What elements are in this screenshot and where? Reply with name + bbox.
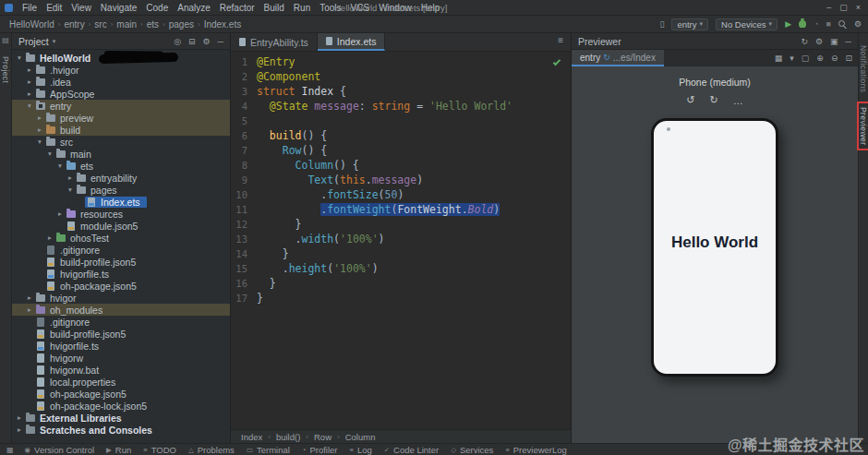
- chevron-right-icon[interactable]: ▸: [25, 293, 34, 302]
- float-icon[interactable]: ▣: [830, 37, 838, 46]
- tree-item-helloworld[interactable]: ▾HelloWorld: [12, 52, 230, 64]
- stop-button[interactable]: ■: [826, 19, 830, 29]
- chevron-right-icon[interactable]: ▸: [25, 305, 34, 314]
- chevron-right-icon[interactable]: ▸: [55, 210, 65, 218]
- profile-button[interactable]: ◔: [814, 19, 818, 29]
- editor-breadcrumb-item[interactable]: Column: [343, 432, 379, 442]
- tree-item-appscope[interactable]: ▸AppScope: [12, 88, 230, 100]
- tree-item-hvigorfile.ts[interactable]: hvigorfile.ts: [12, 268, 230, 280]
- settings-icon[interactable]: ⚙: [815, 37, 823, 46]
- search-icon[interactable]: [838, 20, 847, 29]
- chevron-right-icon[interactable]: ▸: [35, 114, 44, 122]
- statusbar-previewerlog[interactable]: ≡PreviewerLog: [505, 445, 566, 455]
- menu-file[interactable]: File: [18, 3, 42, 13]
- chevron-right-icon[interactable]: ▸: [15, 425, 24, 434]
- code-line-7[interactable]: 7 Row() {: [231, 143, 571, 158]
- toolwindow-toggle-icon[interactable]: ▦: [6, 446, 14, 454]
- statusbar-run[interactable]: ▶Run: [106, 445, 131, 455]
- tab-entryability.ts[interactable]: EntryAbility.ts: [231, 33, 318, 51]
- tree-item-entryability[interactable]: ▸entryability: [12, 172, 230, 184]
- code-line-2[interactable]: 2@Component: [231, 69, 571, 84]
- tree-item-module.json5[interactable]: module.json5: [12, 220, 230, 232]
- previewer-tab[interactable]: entry ↻ ...es/Index: [572, 50, 664, 66]
- tree-item-external-libraries[interactable]: ▸External Libraries: [12, 412, 230, 424]
- menu-code[interactable]: Code: [141, 3, 173, 13]
- previewer-toolwindow-tab[interactable]: Previewer: [857, 102, 868, 150]
- code-line-5[interactable]: 5: [231, 114, 571, 128]
- settings-icon[interactable]: ⚙: [854, 19, 862, 29]
- more-icon[interactable]: …: [733, 95, 743, 106]
- code-line-15[interactable]: 15 .height('100%'): [231, 261, 571, 276]
- menu-edit[interactable]: Edit: [42, 3, 66, 13]
- statusbar-problems[interactable]: △Problems: [188, 445, 235, 455]
- menu-build[interactable]: Build: [259, 3, 289, 13]
- breadcrumb-item-index.ets[interactable]: Index.ets: [201, 19, 245, 30]
- chevron-down-icon[interactable]: ▾: [25, 102, 34, 110]
- tree-item-.gitignore[interactable]: .gitignore: [12, 244, 230, 256]
- tree-item-local.properties[interactable]: local.properties: [12, 376, 230, 388]
- chevron-down-icon[interactable]: ▾: [35, 138, 44, 146]
- project-view-select[interactable]: Project▾: [18, 36, 55, 47]
- chevron-down-icon[interactable]: ▾: [790, 54, 794, 63]
- chevron-down-icon[interactable]: ▾: [15, 54, 24, 62]
- menu-refactor[interactable]: Refactor: [215, 3, 259, 13]
- tab-index.ets[interactable]: Index.ets: [318, 33, 386, 51]
- menu-analyze[interactable]: Analyze: [173, 3, 215, 13]
- hide-icon[interactable]: ─: [218, 37, 223, 46]
- tree-item-scratches-and-consoles[interactable]: ▸Scratches and Consoles: [12, 424, 230, 436]
- settings-icon[interactable]: ⚙: [203, 37, 211, 46]
- frame-icon[interactable]: ▢: [802, 54, 810, 63]
- locate-file-icon[interactable]: ◎: [174, 37, 181, 46]
- menu-icon[interactable]: ≡: [550, 33, 571, 51]
- tree-item-src[interactable]: ▾src: [12, 136, 230, 148]
- tree-item-pages[interactable]: ▾pages: [12, 184, 230, 196]
- tree-item-build-profile.json5[interactable]: build-profile.json5: [12, 328, 230, 340]
- menu-run[interactable]: Run: [289, 3, 315, 13]
- statusbar-code-linter[interactable]: ✓Code Linter: [384, 445, 439, 455]
- tree-item-oh-modules[interactable]: ▸oh_modules: [12, 304, 230, 316]
- breadcrumb-item-helloworld[interactable]: HelloWorld: [6, 19, 57, 30]
- chevron-right-icon[interactable]: ▸: [25, 66, 34, 74]
- refresh-icon[interactable]: ↻: [801, 37, 808, 46]
- chevron-right-icon[interactable]: ▸: [66, 174, 75, 182]
- rotate-right-icon[interactable]: ↻: [710, 94, 718, 106]
- code-line-14[interactable]: 14 }: [231, 246, 571, 261]
- run-button[interactable]: ▶: [785, 19, 791, 29]
- tree-item-index.ets[interactable]: Index.ets: [12, 196, 230, 208]
- code-editor[interactable]: 1@Entry2@Component3struct Index {4 @Stat…: [231, 52, 571, 429]
- statusbar-version-control[interactable]: ◉Version Control: [25, 445, 95, 455]
- tree-item-oh-package.json5[interactable]: oh-package.json5: [12, 280, 230, 292]
- rotate-left-icon[interactable]: ↺: [686, 94, 694, 106]
- tree-item-.hvigor[interactable]: ▸.hvigor: [12, 64, 230, 76]
- zoom-in-icon[interactable]: ⊕: [816, 54, 824, 63]
- hide-icon[interactable]: ─: [846, 37, 851, 46]
- tree-item-hvigor[interactable]: ▸hvigor: [12, 292, 230, 304]
- menu-navigate[interactable]: Navigate: [96, 3, 141, 13]
- statusbar-profiler[interactable]: ◔Profiler: [302, 445, 338, 455]
- run-config-select[interactable]: entry▾: [671, 18, 708, 30]
- collapse-all-icon[interactable]: ⊟: [188, 37, 196, 46]
- code-line-12[interactable]: 12 }: [231, 217, 571, 232]
- tree-item-resources[interactable]: ▸resources: [12, 208, 230, 220]
- chevron-down-icon[interactable]: ▾: [66, 186, 75, 194]
- code-line-3[interactable]: 3struct Index {: [231, 84, 571, 99]
- code-line-16[interactable]: 16 }: [231, 276, 571, 291]
- chevron-right-icon[interactable]: ▸: [35, 126, 44, 134]
- code-line-6[interactable]: 6 build() {: [231, 128, 571, 143]
- maximize-button[interactable]: ▢: [839, 3, 848, 12]
- code-line-13[interactable]: 13 .width('100%'): [231, 232, 571, 246]
- chevron-down-icon[interactable]: ▾: [45, 150, 54, 158]
- minimize-button[interactable]: –: [826, 3, 831, 12]
- tree-item-preview[interactable]: ▸preview: [12, 112, 230, 124]
- breadcrumb-item-pages[interactable]: pages: [166, 19, 197, 30]
- device-select[interactable]: No Devices▾: [716, 18, 778, 30]
- breadcrumb-item-ets[interactable]: ets: [144, 19, 162, 30]
- tree-item-hvigorw[interactable]: hvigorw: [12, 352, 230, 364]
- code-line-8[interactable]: 8 Column() {: [231, 158, 571, 173]
- statusbar-log[interactable]: ≡Log: [349, 445, 371, 455]
- tree-item-main[interactable]: ▾main: [12, 148, 230, 160]
- debug-button[interactable]: [799, 20, 806, 28]
- fit-icon[interactable]: ⊡: [845, 54, 852, 63]
- menu-view[interactable]: View: [66, 3, 96, 13]
- breadcrumb-item-entry[interactable]: entry: [61, 19, 87, 30]
